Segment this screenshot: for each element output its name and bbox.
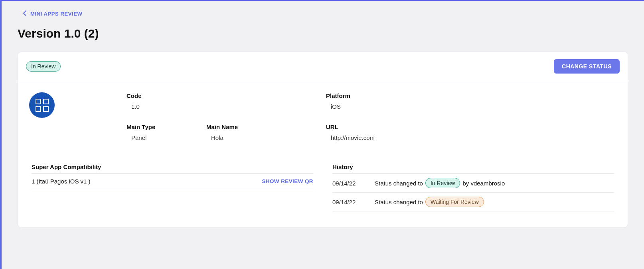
history-suffix: by vdeambrosio — [462, 180, 505, 187]
chevron-left-icon — [23, 10, 26, 17]
compat-section: Super App Compatibility 1 (Itaú Pagos iO… — [32, 163, 313, 211]
breadcrumb-back[interactable]: MINI APPS REVIEW — [23, 10, 82, 17]
change-status-button[interactable]: CHANGE STATUS — [554, 59, 620, 74]
value-platform: iOS — [326, 103, 616, 110]
label-code: Code — [126, 92, 326, 99]
history-row: 09/14/22Status changed to In Review by v… — [332, 174, 614, 193]
app-grid-icon — [29, 92, 55, 118]
field-url: URL http://movie.com — [326, 124, 616, 141]
history-prefix: Status changed to — [375, 199, 423, 205]
version-card: In Review CHANGE STATUS Code 1.0 Platfor… — [18, 52, 628, 228]
history-heading: History — [332, 163, 614, 174]
breadcrumb-label: MINI APPS REVIEW — [30, 11, 82, 17]
history-date: 09/14/22 — [332, 180, 359, 187]
history-description: Status changed to Waiting For Review — [375, 197, 484, 207]
history-description: Status changed to In Review by vdeambros… — [375, 178, 505, 188]
value-main-name: Hola — [206, 134, 326, 141]
page-title: Version 1.0 (2) — [18, 27, 628, 40]
field-main-type: Main Type Panel — [126, 124, 206, 141]
history-status-badge: In Review — [425, 178, 460, 188]
field-main-name: Main Name Hola — [206, 124, 326, 141]
history-section: History 09/14/22Status changed to In Rev… — [332, 163, 614, 211]
status-badge: In Review — [26, 61, 61, 72]
value-code: 1.0 — [126, 103, 326, 110]
compat-row: 1 (Itaú Pagos iOS v1 )SHOW REVIEW QR — [32, 174, 313, 189]
label-main-name: Main Name — [206, 124, 326, 130]
card-header: In Review CHANGE STATUS — [18, 52, 628, 81]
history-row: 09/14/22Status changed to Waiting For Re… — [332, 193, 614, 211]
label-url: URL — [326, 124, 616, 130]
compat-row-label: 1 (Itaú Pagos iOS v1 ) — [32, 178, 91, 185]
label-platform: Platform — [326, 92, 616, 99]
value-url: http://movie.com — [326, 134, 616, 141]
history-status-badge: Waiting For Review — [425, 197, 484, 207]
field-platform: Platform iOS — [326, 92, 616, 110]
history-prefix: Status changed to — [375, 180, 423, 187]
value-main-type: Panel — [126, 134, 206, 141]
compat-heading: Super App Compatibility — [32, 163, 313, 174]
label-main-type: Main Type — [126, 124, 206, 130]
field-code: Code 1.0 — [126, 92, 326, 110]
show-review-qr-link[interactable]: SHOW REVIEW QR — [262, 178, 313, 184]
history-date: 09/14/22 — [332, 199, 359, 205]
